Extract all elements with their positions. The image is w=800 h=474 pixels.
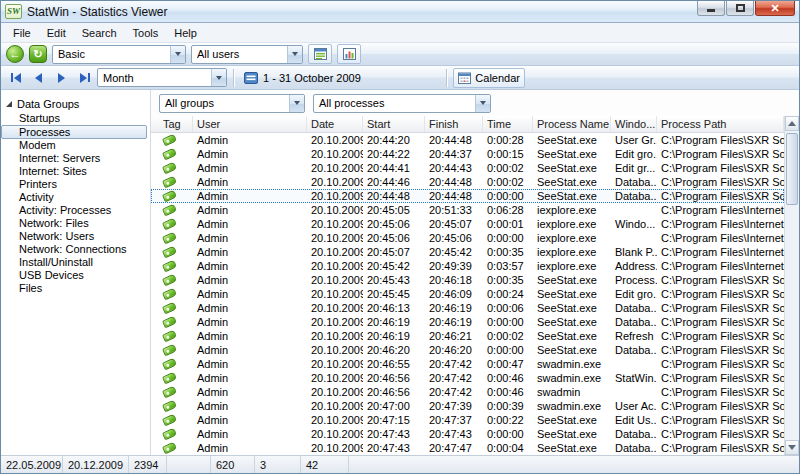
column-header-tag[interactable]: Tag — [151, 116, 193, 132]
menu-item-file[interactable]: File — [5, 24, 39, 42]
cell-date: 20.10.2009 — [307, 245, 363, 259]
table-row[interactable]: Admin20.10.200920:45:0620:45:060:00:00ie… — [151, 231, 784, 245]
cell-window — [611, 203, 657, 217]
column-header-user[interactable]: User — [193, 116, 307, 132]
sidebar-item-usb-devices[interactable]: USB Devices — [1, 269, 150, 282]
cell-finish: 20:47:47 — [425, 441, 483, 455]
sidebar-item-files[interactable]: Files — [1, 282, 150, 295]
first-period-button[interactable] — [5, 68, 26, 88]
table-row[interactable]: Admin20.10.200920:45:0620:45:070:00:01ie… — [151, 217, 784, 231]
maximize-button[interactable] — [726, 1, 754, 16]
column-header-process-name[interactable]: Process Name — [533, 116, 611, 132]
table-row[interactable]: Admin20.10.200920:46:5620:47:420:00:46sw… — [151, 371, 784, 385]
column-header-process-path[interactable]: Process Path — [657, 116, 784, 132]
column-header-windo[interactable]: Windo... — [611, 116, 657, 132]
sidebar-item-startups[interactable]: Startups — [1, 112, 150, 125]
cell-finish: 20:49:39 — [425, 259, 483, 273]
table-view-button[interactable] — [308, 44, 332, 64]
minimize-button[interactable] — [697, 1, 725, 16]
table-row[interactable]: Admin20.10.200920:47:4320:47:470:00:04Se… — [151, 441, 784, 455]
table-row[interactable]: Admin20.10.200920:44:4620:44:480:00:02Se… — [151, 175, 784, 189]
scrollbar-track[interactable] — [785, 131, 799, 440]
period-dropdown[interactable]: Month — [97, 68, 227, 87]
next-period-button[interactable] — [51, 68, 72, 88]
sidebar-root-data-groups[interactable]: Data Groups — [1, 96, 150, 111]
users-dropdown-value: All users — [192, 48, 287, 60]
vertical-scrollbar[interactable] — [784, 116, 799, 455]
sidebar-item-activity-processes[interactable]: Activity: Processes — [1, 204, 150, 217]
chart-view-button[interactable] — [337, 44, 361, 64]
table-row[interactable]: Admin20.10.200920:44:4120:44:430:00:02Se… — [151, 161, 784, 175]
table-row[interactable]: Admin20.10.200920:45:4320:46:180:00:35Se… — [151, 273, 784, 287]
last-period-button[interactable] — [74, 68, 95, 88]
scroll-up-button[interactable] — [785, 116, 799, 131]
column-header-date[interactable]: Date — [307, 116, 363, 132]
cell-process-path: C:\Program Files\SXR Softw... — [657, 161, 784, 175]
sidebar-item-network-users[interactable]: Network: Users — [1, 230, 150, 243]
cell-process-path: C:\Program Files\Internet Ex... — [657, 203, 784, 217]
arrow-down-icon — [788, 445, 796, 450]
table-row[interactable]: Admin20.10.200920:45:0720:45:420:00:35ie… — [151, 245, 784, 259]
menu-item-help[interactable]: Help — [166, 24, 205, 42]
profile-dropdown[interactable]: Basic — [52, 45, 186, 64]
close-button[interactable]: ✕ — [755, 1, 795, 16]
sidebar-item-processes[interactable]: Processes — [1, 125, 147, 139]
sidebar-item-internet-servers[interactable]: Internet: Servers — [1, 152, 150, 165]
processes-filter-dropdown[interactable]: All processes — [313, 94, 491, 113]
groups-filter-dropdown[interactable]: All groups — [159, 94, 305, 113]
previous-period-button[interactable] — [28, 68, 49, 88]
menu-item-tools[interactable]: Tools — [125, 24, 167, 42]
back-button[interactable]: ← — [6, 45, 24, 63]
cell-time: 0:00:02 — [483, 175, 533, 189]
cell-window: Edit Us... — [611, 413, 657, 427]
refresh-button[interactable]: ↻ — [29, 45, 47, 63]
menu-item-search[interactable]: Search — [74, 24, 125, 42]
table-row[interactable]: Admin20.10.200920:46:1320:46:190:00:06Se… — [151, 301, 784, 315]
table-row[interactable]: Admin20.10.200920:45:4520:46:090:00:24Se… — [151, 287, 784, 301]
cell-date: 20.10.2009 — [307, 217, 363, 231]
sidebar-item-activity[interactable]: Activity — [1, 191, 150, 204]
cell-process-path: C:\Program Files\SXR Softw... — [657, 273, 784, 287]
cell-process-path: C:\Program Files\Internet Ex... — [657, 259, 784, 273]
cell-date: 20.10.2009 — [307, 357, 363, 371]
scrollbar-thumb[interactable] — [786, 133, 798, 205]
sidebar-item-printers[interactable]: Printers — [1, 178, 150, 191]
table-row[interactable]: Admin20.10.200920:47:4320:47:430:00:00Se… — [151, 427, 784, 441]
cell-user: Admin — [193, 175, 307, 189]
menu-item-edit[interactable]: Edit — [39, 24, 74, 42]
table-row[interactable]: Admin20.10.200920:44:2020:44:480:00:28Se… — [151, 133, 784, 147]
scroll-down-button[interactable] — [785, 440, 799, 455]
table-row[interactable]: Admin20.10.200920:45:0520:51:330:06:28ie… — [151, 203, 784, 217]
column-header-finish[interactable]: Finish — [425, 116, 483, 132]
table-row[interactable]: Admin20.10.200920:46:5520:47:420:00:47sw… — [151, 357, 784, 371]
cell-date: 20.10.2009 — [307, 147, 363, 161]
table-row[interactable]: Admin20.10.200920:46:2020:46:200:00:00Se… — [151, 343, 784, 357]
table-row[interactable]: Admin20.10.200920:46:5620:47:420:00:46sw… — [151, 385, 784, 399]
cell-start: 20:45:42 — [363, 259, 425, 273]
sidebar-item-network-files[interactable]: Network: Files — [1, 217, 150, 230]
cell-user: Admin — [193, 259, 307, 273]
table-row[interactable]: Admin20.10.200920:47:1520:47:370:00:22Se… — [151, 413, 784, 427]
cell-tag — [151, 203, 193, 217]
sidebar-item-install-uninstall[interactable]: Install/Uninstall — [1, 256, 150, 269]
table-row[interactable]: Admin20.10.200920:45:4220:49:390:03:57ie… — [151, 259, 784, 273]
table-row[interactable]: Admin20.10.200920:47:0020:47:390:00:39sw… — [151, 399, 784, 413]
cell-start: 20:46:56 — [363, 371, 425, 385]
cell-process-path: C:\Program Files\SXR Softw... — [657, 175, 784, 189]
table-row[interactable]: Admin20.10.200920:46:1920:46:210:00:02Se… — [151, 329, 784, 343]
sidebar-item-modem[interactable]: Modem — [1, 139, 150, 152]
cell-finish: 20:46:09 — [425, 287, 483, 301]
cell-date: 20.10.2009 — [307, 371, 363, 385]
title-bar[interactable]: SW StatWin - Statistics Viewer ✕ — [1, 1, 799, 23]
sidebar-item-internet-sites[interactable]: Internet: Sites — [1, 165, 150, 178]
sidebar-item-network-connections[interactable]: Network: Connections — [1, 243, 150, 256]
table-row[interactable]: Admin20.10.200920:44:4820:44:480:00:00Se… — [151, 189, 784, 203]
table-row[interactable]: Admin20.10.200920:44:2220:44:370:00:15Se… — [151, 147, 784, 161]
column-header-start[interactable]: Start — [363, 116, 425, 132]
calendar-button[interactable]: Calendar — [453, 68, 525, 88]
cell-user: Admin — [193, 413, 307, 427]
column-header-time[interactable]: Time — [483, 116, 533, 132]
chevron-down-icon — [475, 95, 490, 112]
table-row[interactable]: Admin20.10.200920:46:1920:46:190:00:00Se… — [151, 315, 784, 329]
users-dropdown[interactable]: All users — [191, 45, 303, 64]
